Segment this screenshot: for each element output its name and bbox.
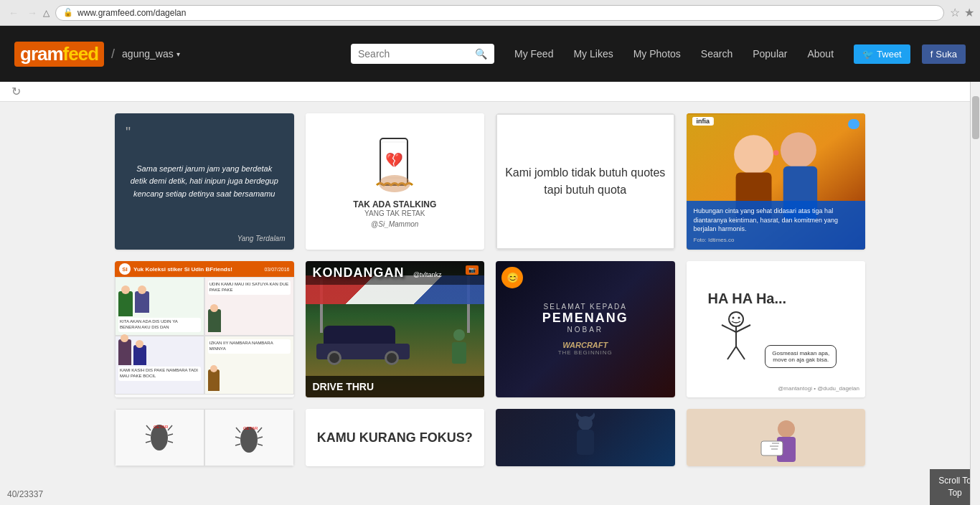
- username-button[interactable]: agung_was: [122, 48, 180, 60]
- char4: [118, 339, 131, 365]
- sub-bar: ↻: [0, 82, 980, 102]
- dark-photo-card: [496, 409, 675, 466]
- kondangan-instagram: @tvltankz: [413, 271, 442, 278]
- comic-panel-2: UDIN KAMU MAU IKI SATUYA KAN DUE PAKE PA…: [204, 277, 294, 336]
- panel3-chars: [118, 339, 201, 365]
- scrollbar-thumb[interactable]: [972, 96, 979, 139]
- photo-card-10[interactable]: KAMU KURANG FOKUS?: [306, 409, 485, 466]
- refresh-page-icon[interactable]: ↻: [11, 85, 21, 98]
- stick-figure-area: Gosmeasi makan apa, move on aja gak bisa…: [715, 311, 837, 368]
- kamu-card: KAMU KURANG FOKUS?: [306, 409, 485, 466]
- photo-card-8[interactable]: HA HA Ha...: [687, 261, 866, 397]
- logo[interactable]: gramfeed: [14, 42, 104, 67]
- char1: [118, 291, 133, 316]
- svg-line-28: [235, 437, 240, 438]
- kamu-text: KAMU KURANG FOKUS?: [317, 430, 473, 445]
- svg-text:💔: 💔: [385, 151, 403, 169]
- search-input[interactable]: [358, 48, 472, 60]
- photo-card-7[interactable]: 😊 SELAMAT KEPADA PEMENANG NOBAR WARCRAFT…: [496, 261, 675, 397]
- photo-card-3[interactable]: Kami jomblo tidak butuh quotes tapi butu…: [496, 113, 675, 250]
- svg-text:GETAR: GETAR: [154, 425, 169, 429]
- back-button[interactable]: ←: [6, 6, 22, 20]
- scrollbar[interactable]: [970, 82, 980, 505]
- nav-my-feed[interactable]: My Feed: [506, 44, 562, 64]
- char5: [133, 345, 146, 365]
- svg-line-19: [146, 425, 151, 430]
- svg-text:GETAR: GETAR: [243, 426, 258, 430]
- search-box[interactable]: 🔍: [351, 44, 494, 64]
- refresh-button[interactable]: △: [43, 8, 50, 18]
- partial-comic-card: GETAR GETAR: [115, 409, 294, 466]
- photo-card-4[interactable]: infia: [687, 113, 866, 250]
- card3-text: Kami jomblo tidak butuh quotes tapi butu…: [497, 157, 674, 206]
- svg-line-23: [168, 434, 173, 435]
- svg-point-26: [240, 427, 258, 453]
- photo-card-1[interactable]: " Sama seperti jarum jam yang berdetak d…: [115, 113, 294, 250]
- bookmark-icon[interactable]: ☆: [950, 6, 960, 19]
- person-container: [448, 329, 470, 365]
- photo-card-9[interactable]: GETAR GETAR: [115, 409, 294, 466]
- card4-indicator: [848, 119, 858, 129]
- nav-popular[interactable]: Popular: [744, 44, 796, 64]
- extension-icon[interactable]: ★: [964, 6, 974, 19]
- nav-search[interactable]: Search: [692, 44, 741, 64]
- photo-card-12[interactable]: [687, 409, 866, 466]
- browser-actions: ☆ ★: [950, 6, 974, 19]
- scroll-top-line2: Top: [948, 488, 961, 498]
- card2-author: @Si_Mammon: [371, 220, 418, 228]
- photo-card-5[interactable]: SI Yuk Koleksi stiker Si Udin BFriends! …: [115, 261, 294, 397]
- partial-panel-1: GETAR: [115, 409, 204, 466]
- warcraft-logo-area: WARCRAFT THE BEGINNING: [558, 338, 613, 356]
- quote-mark-icon: ": [126, 124, 131, 141]
- photo-card-11[interactable]: [496, 409, 675, 466]
- bug-svg-2: GETAR: [235, 420, 263, 456]
- comic-panel-4: IZKAN IIY NAMBARA NAMBARA MINNYA: [204, 336, 294, 395]
- photo-card-6[interactable]: KONDANGAN @tvltankz 📷 DRIVE THRU: [306, 261, 485, 397]
- suka-button[interactable]: f Suka: [922, 44, 966, 64]
- kondangan-tag: 📷: [466, 265, 479, 275]
- card1-text: Sama seperti jarum jam yang berdetak det…: [129, 163, 280, 201]
- card4-overlay: Hubungan cinta yang sehat didasari atas …: [687, 201, 866, 250]
- silhouette-svg: [564, 412, 607, 463]
- char3-head: [210, 304, 218, 312]
- warcraft-logo: WARCRAFT: [558, 341, 613, 349]
- stick-ha-text: HA HA Ha...: [708, 291, 787, 307]
- char6-head: [210, 365, 217, 372]
- nav-about[interactable]: About: [798, 44, 842, 64]
- warcraft-selamat: SELAMAT KEPADA: [544, 303, 627, 311]
- photo4-card: [687, 409, 866, 466]
- char6: [208, 369, 220, 391]
- card4-badge-label: infia: [692, 117, 715, 126]
- comic-panels: KITA AKAN ADA DIS UDIN YA BENERAN AKU DI…: [115, 277, 294, 395]
- svg-point-3: [379, 175, 410, 192]
- card2-sub-text: YANG TAK RETAK: [364, 209, 425, 217]
- forward-button[interactable]: →: [24, 6, 40, 20]
- svg-line-29: [235, 444, 240, 445]
- nav-my-likes[interactable]: My Likes: [565, 44, 621, 64]
- kondangan-card: KONDANGAN @tvltankz 📷 DRIVE THRU: [306, 261, 485, 397]
- nav-my-photos[interactable]: My Photos: [625, 44, 689, 64]
- char2: [135, 291, 149, 313]
- partial-comic-grid: GETAR GETAR: [115, 409, 294, 466]
- char4-head: [121, 334, 128, 342]
- car-wheel-r: [385, 351, 399, 365]
- car-wheel-l: [327, 351, 341, 365]
- person-reading-svg: [747, 416, 804, 466]
- svg-point-12: [738, 317, 740, 319]
- url-text: www.gramfeed.com/dagelan: [77, 8, 186, 18]
- url-bar[interactable]: 🔓 www.gramfeed.com/dagelan: [55, 5, 944, 21]
- svg-line-30: [258, 428, 262, 433]
- search-icon: 🔍: [475, 48, 487, 60]
- breadcrumb-separator: /: [111, 47, 115, 62]
- panel1-chars: [118, 291, 201, 316]
- warcraft-nobar: NOBAR: [567, 326, 603, 334]
- svg-point-11: [732, 317, 735, 319]
- stick-speech-bubble: Gosmeasi makan apa, move on aja gak bisa…: [765, 345, 837, 368]
- svg-line-24: [168, 441, 173, 443]
- warcraft-card: 😊 SELAMAT KEPADA PEMENANG NOBAR WARCRAFT…: [496, 261, 675, 397]
- stick-figure-svg: [715, 311, 758, 368]
- tweet-button[interactable]: 🐦 Tweet: [854, 44, 910, 64]
- photo-card-2[interactable]: 💔 TAK ADA STALKING YANG TAK RETAK @Si_Ma…: [306, 113, 485, 250]
- svg-point-10: [729, 312, 743, 326]
- person-body: [452, 342, 466, 364]
